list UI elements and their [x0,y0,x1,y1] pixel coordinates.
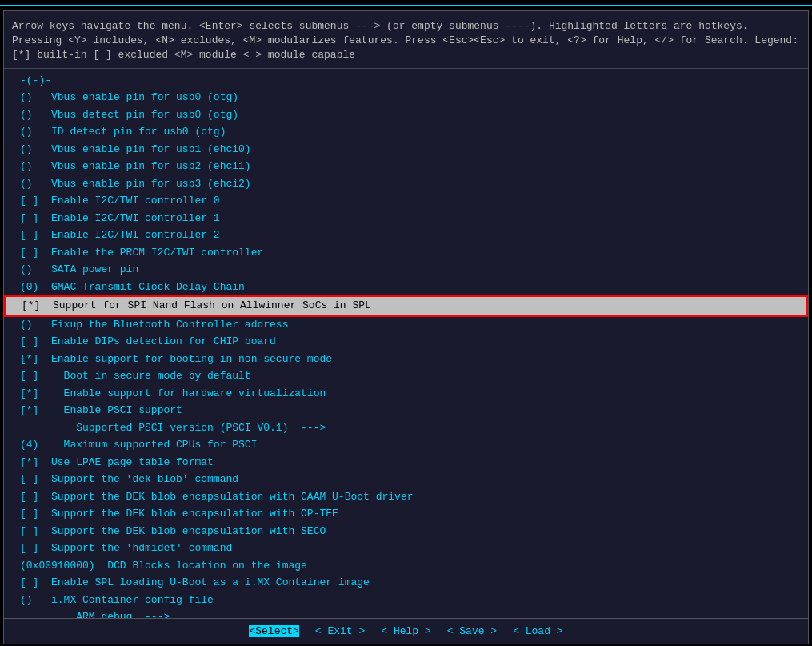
menu-item-16[interactable]: [ ] Boot in secure mode by default [4,367,808,385]
menu-item-13[interactable]: () Fixup the Bluetooth Controller addres… [4,316,808,334]
menu-item-6[interactable]: [ ] Enable I2C/TWI controller 0 [4,192,808,210]
menu-item-26[interactable]: [ ] Support the 'hdmidet' command [4,540,808,557]
bottom-btn-4[interactable]: < Load > [513,625,562,637]
bottom-btn-3[interactable]: < Save > [447,625,497,637]
menu-item-9[interactable]: [ ] Enable the PRCM I2C/TWI controller [4,244,808,262]
menu-item-22[interactable]: [ ] Support the 'dek_blob' command [4,471,808,488]
menu-item-7[interactable]: [ ] Enable I2C/TWI controller 1 [4,210,808,227]
menu-item-10[interactable]: () SATA power pin [4,261,808,279]
menu-item-27[interactable]: (0x00910000) DCD Blocks location on the … [4,557,808,575]
menu-item-25[interactable]: [ ] Support the DEK blob encapsulation w… [4,523,808,540]
bottom-btn-2[interactable]: < Help > [381,625,430,637]
menu-item-0[interactable]: () Vbus enable pin for usb0 (otg) [4,89,808,106]
menu-item-23[interactable]: [ ] Support the DEK blob encapsulation w… [4,488,808,506]
menu-item-3[interactable]: () Vbus enable pin for usb1 (ehci0) [4,141,808,158]
menu-content[interactable]: -(-)- () Vbus enable pin for usb0 (otg)(… [4,69,808,618]
menu-item-12[interactable]: [*] Support for SPI Nand Flash on Allwin… [4,295,808,316]
menu-item-20[interactable]: (4) Maximum supported CPUs for PSCI [4,436,808,454]
menu-item-4[interactable]: () Vbus enable pin for usb2 (ehci1) [4,158,808,175]
breadcrumb [0,6,812,9]
menu-item-15[interactable]: [*] Enable support for booting in non-se… [4,351,808,368]
title-bar [0,0,812,6]
menu-item-28[interactable]: [ ] Enable SPL loading U-Boot as a i.MX … [4,574,808,592]
bottom-bar: <Select>< Exit >< Help >< Save >< Load > [4,618,808,644]
section-header: -(-)- [4,72,808,90]
menu-item-18[interactable]: [*] Enable PSCI support [4,402,808,419]
menu-item-21[interactable]: [*] Use LPAE page table format [4,454,808,471]
content-area: -(-)- () Vbus enable pin for usb0 (otg)(… [4,69,808,618]
bottom-btn-0[interactable]: <Select> [249,625,298,637]
menu-item-19[interactable]: Supported PSCI version (PSCI V0.1) ---> [4,419,808,437]
menu-item-17[interactable]: [*] Enable support for hardware virtuali… [4,385,808,403]
app: Arrow keys navigate the menu. <Enter> se… [0,0,812,646]
menu-item-8[interactable]: [ ] Enable I2C/TWI controller 2 [4,227,808,244]
menu-item-1[interactable]: () Vbus detect pin for usb0 (otg) [4,106,808,124]
menu-item-24[interactable]: [ ] Support the DEK blob encapsulation w… [4,505,808,523]
menu-item-29[interactable]: () i.MX Container config file [4,592,808,609]
menu-item-2[interactable]: () ID detect pin for usb0 (otg) [4,123,808,141]
menu-item-30[interactable]: ARM debug ---> [4,608,808,618]
help-text: Arrow keys navigate the menu. <Enter> se… [4,16,808,69]
bottom-btn-1[interactable]: < Exit > [315,625,365,637]
menu-item-5[interactable]: () Vbus enable pin for usb3 (ehci2) [4,175,808,193]
menu-item-14[interactable]: [ ] Enable DIPs detection for CHIP board [4,333,808,351]
main-container: Arrow keys navigate the menu. <Enter> se… [3,10,809,644]
menu-item-11[interactable]: (0) GMAC Transmit Clock Delay Chain [4,279,808,296]
